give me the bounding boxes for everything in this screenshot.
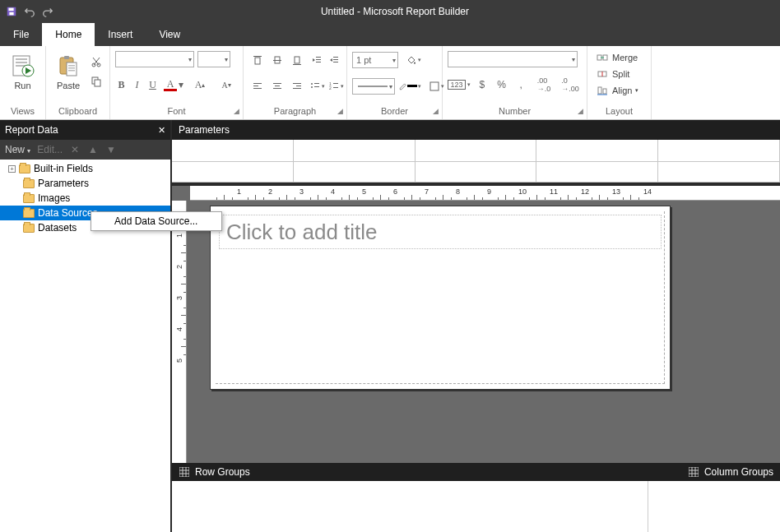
- undo-icon[interactable]: [23, 5, 36, 18]
- number-format-select[interactable]: ▾: [448, 51, 578, 67]
- parameters-grid[interactable]: [172, 140, 780, 183]
- italic-button[interactable]: I: [131, 76, 143, 94]
- paste-button[interactable]: Paste: [51, 49, 86, 90]
- row-groups-pane[interactable]: [172, 481, 648, 532]
- svg-rect-49: [430, 82, 439, 90]
- font-dialog-launcher[interactable]: ◢: [231, 106, 241, 116]
- folder-icon: [23, 179, 35, 188]
- svg-rect-47: [333, 87, 338, 88]
- align-center-icon[interactable]: [268, 77, 286, 95]
- border-color-button[interactable]: ▾: [398, 77, 421, 95]
- menu-insert[interactable]: Insert: [95, 23, 146, 46]
- svg-rect-36: [273, 88, 281, 89]
- new-button[interactable]: New ▾: [5, 144, 30, 155]
- align-bottom-icon[interactable]: [288, 51, 306, 69]
- menu-file[interactable]: File: [0, 23, 42, 46]
- svg-rect-54: [598, 87, 601, 94]
- number-dialog-launcher[interactable]: ◢: [575, 106, 585, 116]
- ribbon-group-border: 1 pt▾ ▾ ▾ ▾ ▾ Border ◢: [347, 46, 443, 119]
- tree-label: Built-in Fields: [34, 163, 93, 174]
- run-icon: [10, 53, 36, 79]
- align-top-icon[interactable]: [248, 51, 267, 69]
- quick-access-toolbar: [0, 5, 59, 18]
- groups-body: [172, 481, 780, 532]
- context-menu-add-data-source[interactable]: Add Data Source...: [91, 212, 221, 230]
- fill-color-button[interactable]: ▾: [402, 51, 425, 69]
- svg-rect-24: [295, 57, 299, 63]
- tree-item-builtin-fields[interactable]: + Built-in Fields: [0, 161, 170, 176]
- svg-rect-27: [316, 62, 321, 62]
- expand-icon[interactable]: +: [8, 165, 16, 173]
- placeholder-format-button[interactable]: 123▾: [448, 76, 471, 94]
- row-groups-header[interactable]: Row Groups: [172, 463, 257, 481]
- underline-button[interactable]: U: [146, 76, 159, 94]
- run-label: Run: [14, 81, 30, 90]
- horizontal-ruler: 1234567891011121314: [190, 186, 780, 201]
- align-menu-button[interactable]: Align ▾: [592, 82, 646, 99]
- menu-home[interactable]: Home: [42, 23, 95, 46]
- svg-rect-11: [67, 62, 77, 76]
- grow-font-button[interactable]: A▴: [188, 76, 211, 94]
- column-groups-label: Column Groups: [704, 466, 773, 478]
- move-up-icon[interactable]: ▲: [87, 144, 99, 155]
- svg-rect-5: [16, 62, 27, 63]
- increase-indent-icon[interactable]: [327, 51, 342, 69]
- redo-icon[interactable]: [41, 5, 54, 18]
- ribbon-group-paragraph: ▾ 12▾ Paragraph ◢: [244, 46, 347, 119]
- report-body[interactable]: Click to add title: [210, 206, 671, 390]
- ribbon-group-font: ▾ ▾ B I U A▾ A▴ A▾ Font ◢: [110, 46, 244, 119]
- decrease-indent-icon[interactable]: [309, 51, 324, 69]
- move-down-icon[interactable]: ▼: [105, 144, 117, 155]
- number-list-icon[interactable]: 12▾: [328, 77, 344, 95]
- clipboard-group-label: Clipboard: [51, 104, 104, 118]
- font-size-select[interactable]: ▾: [197, 51, 230, 67]
- svg-rect-14: [68, 70, 75, 72]
- paragraph-dialog-launcher[interactable]: ◢: [335, 106, 345, 116]
- close-icon[interactable]: ✕: [158, 125, 165, 136]
- run-button[interactable]: Run: [5, 49, 40, 90]
- align-icon: [596, 84, 609, 97]
- font-color-button[interactable]: A▾: [162, 76, 185, 94]
- grid-icon: [688, 466, 699, 478]
- edit-button[interactable]: Edit...: [37, 144, 63, 155]
- tree-item-parameters[interactable]: Parameters: [0, 176, 170, 191]
- copy-icon[interactable]: [87, 72, 105, 90]
- border-dialog-launcher[interactable]: ◢: [430, 106, 440, 116]
- report-data-title: Report Data: [5, 124, 58, 136]
- comma-button[interactable]: ,: [513, 76, 529, 94]
- parameters-pane-header[interactable]: Parameters: [172, 120, 780, 140]
- cut-icon[interactable]: [87, 53, 105, 71]
- font-family-select[interactable]: ▾: [115, 51, 194, 67]
- column-groups-header[interactable]: Column Groups: [681, 463, 780, 481]
- border-width-select[interactable]: 1 pt▾: [352, 52, 398, 68]
- split-button[interactable]: Split: [592, 66, 646, 82]
- merge-button[interactable]: Merge: [592, 49, 646, 66]
- svg-rect-46: [333, 83, 338, 84]
- border-style-select[interactable]: ▾: [352, 78, 395, 95]
- svg-point-40: [311, 83, 313, 85]
- percent-button[interactable]: %: [494, 76, 510, 94]
- delete-icon[interactable]: ✕: [69, 144, 81, 155]
- align-right-icon[interactable]: [288, 77, 306, 95]
- shrink-font-button[interactable]: A▾: [215, 76, 238, 94]
- title-bar: Untitled - Microsoft Report Builder: [0, 0, 780, 23]
- menu-view[interactable]: View: [146, 23, 193, 46]
- report-data-panel: Report Data ✕ New ▾ Edit... ✕ ▲ ▼ + Buil…: [0, 120, 170, 532]
- window-title: Untitled - Microsoft Report Builder: [59, 6, 731, 17]
- row-groups-label: Row Groups: [195, 466, 250, 478]
- align-left-icon[interactable]: [248, 77, 267, 95]
- svg-rect-57: [179, 467, 189, 477]
- decrease-decimal-button[interactable]: .0→.00: [559, 76, 582, 94]
- ribbon-group-layout: Merge Split Align ▾ Layout: [587, 46, 652, 119]
- column-groups-pane[interactable]: [648, 481, 780, 532]
- tree-item-images[interactable]: Images: [0, 191, 170, 206]
- save-icon[interactable]: [5, 5, 18, 18]
- bold-button[interactable]: B: [115, 76, 128, 94]
- svg-rect-4: [16, 58, 27, 60]
- ribbon-group-views: Run Views: [0, 46, 46, 119]
- currency-button[interactable]: $: [474, 76, 490, 94]
- svg-rect-28: [333, 57, 338, 58]
- increase-decimal-button[interactable]: .00→.0: [532, 76, 555, 94]
- bullet-list-icon[interactable]: ▾: [309, 77, 325, 95]
- align-middle-icon[interactable]: [268, 51, 286, 69]
